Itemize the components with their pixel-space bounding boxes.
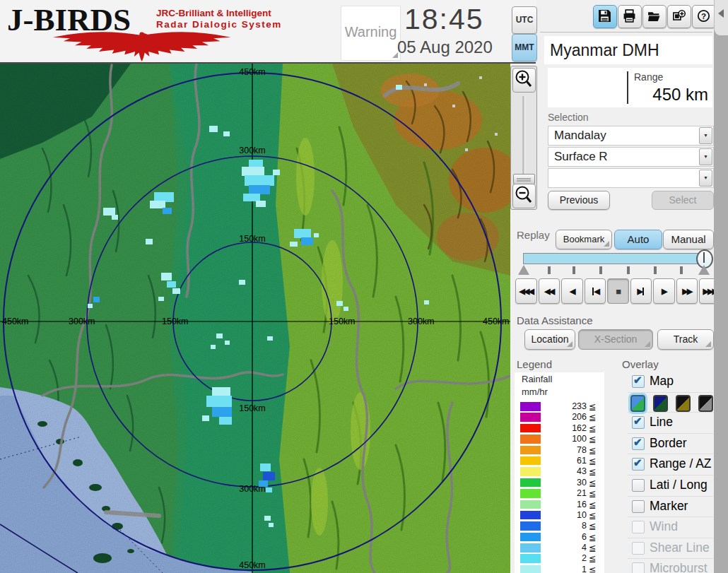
header: J-BIRDS JRC-Brilliant & Intelligent Rada… [0, 0, 536, 64]
legend-swatch [520, 543, 541, 553]
jbirds-logo: J-BIRDS JRC-Brilliant & Intelligent Rada… [6, 1, 295, 62]
legend-operator: ≦ [589, 565, 596, 573]
overlay-item-label: Wind [650, 519, 678, 534]
stop-button[interactable]: ■ [607, 278, 629, 304]
legend-value: 21 [546, 488, 587, 498]
panel-collapse-tab[interactable] [714, 0, 728, 35]
legend-swatch [520, 456, 541, 466]
legend-title: Rainfall [522, 374, 604, 385]
zoom-out-button[interactable] [512, 184, 536, 208]
slider-end-marker[interactable] [698, 265, 710, 275]
play-button[interactable]: ▶ [653, 278, 675, 304]
checkbox-lati-long[interactable] [632, 479, 645, 492]
svg-text:450km: 450km [239, 67, 266, 77]
map-style-dark-button[interactable] [653, 395, 668, 412]
radar-map[interactable]: 450km300km150km150km300km450km450km300km… [0, 64, 510, 573]
legend-value: 2 [546, 553, 587, 563]
legend-value: 43 [546, 466, 587, 476]
map-style-olive-button[interactable] [676, 395, 691, 412]
previous-button[interactable]: Previous [548, 191, 610, 210]
chevron-down-icon[interactable]: ▼ [699, 148, 712, 165]
fast-rewind-button[interactable]: ◀◀ [539, 278, 560, 304]
overlay-label: Overlay [622, 358, 659, 370]
map-style-color-button[interactable] [630, 395, 645, 412]
zoom-slider-thumb[interactable] [513, 174, 535, 184]
zoom-slider-track[interactable] [522, 96, 525, 179]
legend-value: 8 [546, 521, 587, 531]
legend-operator: ≦ [589, 423, 596, 434]
checkbox-map[interactable] [632, 375, 645, 388]
overlay-item-label: Line [650, 415, 673, 430]
legend-value: 30 [546, 478, 587, 488]
slider-tick [627, 266, 630, 274]
track-button[interactable]: Track [657, 329, 714, 350]
chevron-down-icon[interactable]: ▼ [699, 127, 712, 144]
checkbox-line[interactable] [632, 416, 645, 429]
checkbox-range-az[interactable] [632, 458, 645, 471]
legend-row: 43≦ [515, 466, 604, 477]
replay-label: Replay [517, 229, 550, 241]
overlay-row-lati-long: Lati / Long [628, 475, 713, 497]
legend-operator: ≦ [589, 466, 596, 477]
help-button[interactable]: ? [692, 5, 716, 28]
auto-button[interactable]: Auto [614, 230, 662, 249]
manual-button[interactable]: Manual [663, 230, 714, 249]
legend-row: 78≦ [515, 445, 604, 456]
checkbox-marker[interactable] [632, 500, 645, 513]
slider-tick [599, 266, 602, 274]
bookmark-button[interactable]: Bookmark [556, 230, 612, 249]
x-section-button[interactable]: X-Section [578, 329, 653, 350]
svg-text:300km: 300km [239, 484, 266, 494]
legend-operator: ≦ [589, 532, 596, 543]
help-icon: ? [697, 9, 710, 23]
legend-row: 61≦ [515, 456, 604, 466]
legend-row: 100≦ [515, 434, 604, 444]
location-button[interactable]: Location [524, 329, 575, 350]
legend-row: 8≦ [515, 521, 604, 531]
fast-forward-button[interactable]: ▶▶ [676, 278, 698, 304]
step-backward-button[interactable]: ◀ [585, 278, 606, 304]
save-button[interactable] [593, 5, 617, 28]
site-dropdown[interactable]: Mandalay ▼ [548, 126, 714, 146]
playback-controls: ◀◀◀◀◀◀◀■▶▶▶▶▶▶▶ [515, 278, 721, 304]
legend-swatch [520, 478, 541, 488]
data-assistance-label: Data Assistance [517, 314, 593, 326]
chevron-down-icon[interactable]: ▼ [699, 170, 712, 187]
overlay-row-shear-line: Shear Line [628, 538, 713, 560]
zoom-in-button[interactable] [512, 68, 536, 93]
overlay-item-label: Microburst [650, 561, 708, 573]
legend-operator: ≦ [589, 543, 596, 553]
checkbox-shear-line [632, 542, 645, 555]
overlay-item-label: Shear Line [650, 540, 710, 555]
legend-swatch [520, 533, 541, 542]
legend-value: 10 [546, 510, 587, 520]
overlay-row-border: Border [628, 434, 713, 455]
new-view-button[interactable] [667, 5, 691, 28]
replay-slider-track[interactable] [523, 253, 705, 264]
print-button[interactable] [618, 5, 642, 28]
mmt-button[interactable]: MMT [512, 34, 537, 61]
legend-operator: ≦ [589, 500, 596, 510]
slider-start-marker[interactable] [518, 265, 529, 275]
legend-value: 206 [546, 412, 587, 422]
legend-row: 16≦ [515, 500, 604, 510]
product-dropdown[interactable]: Surface R ▼ [548, 147, 714, 167]
utc-button[interactable]: UTC [512, 6, 537, 34]
reverse-play-button[interactable]: ◀ [561, 278, 583, 304]
overlay-item-label: Range / AZ [650, 456, 712, 471]
station-name: Myanmar DMH [544, 36, 712, 64]
step-forward-button[interactable]: ▶ [630, 278, 652, 304]
select-button[interactable]: Select [652, 191, 714, 210]
map-style-gray-button[interactable] [698, 395, 713, 412]
selection-label: Selection [548, 112, 589, 123]
legend-operator: ≦ [589, 553, 596, 564]
legend-row: 206≦ [515, 412, 604, 423]
legend-row: 6≦ [515, 532, 604, 543]
open-folder-button[interactable] [642, 5, 667, 28]
warning-button[interactable]: Warning [341, 6, 401, 61]
legend-operator: ≦ [589, 488, 596, 499]
checkbox-border[interactable] [632, 437, 645, 450]
svg-text:300km: 300km [239, 146, 266, 155]
option-dropdown[interactable]: ▼ [548, 168, 714, 188]
fast-rewind-3-button[interactable]: ◀◀◀ [515, 278, 537, 304]
